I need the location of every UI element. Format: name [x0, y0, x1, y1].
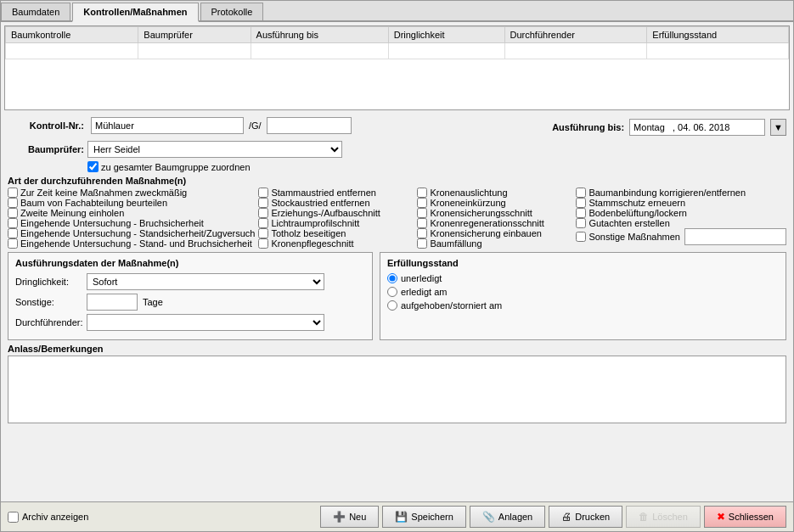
checkbox[interactable] — [258, 218, 268, 228]
assign-checkbox-row: zu gesamter Baumgruppe zuordnen — [87, 161, 786, 172]
massnahmen-col3: Kronenauslichtung Kroneneinkürzung Krone… — [417, 188, 572, 249]
durchfuehrender-select[interactable] — [87, 314, 324, 331]
checkbox[interactable] — [417, 198, 427, 208]
checkbox[interactable] — [258, 188, 268, 198]
bottom-bar: Archiv anzeigen ➕ Neu 💾 Speichern 📎 Anla… — [1, 501, 793, 531]
checkbox[interactable] — [417, 208, 427, 218]
check-item: Kronensicherung einbauen — [417, 228, 572, 238]
ausfuehrungsdaten-panel: Ausführungsdaten der Maßnahme(n) Dringli… — [8, 252, 373, 340]
kontroll-nr-input[interactable] — [91, 117, 244, 134]
ausfuehrung-date-input[interactable]: Montag , 04. 06. 2018 — [629, 119, 765, 136]
loeschen-label: Löschen — [652, 512, 688, 522]
col-ausfuehrung: Ausführung bis — [251, 27, 388, 43]
drucken-button[interactable]: 🖨 Drucken — [549, 506, 622, 528]
baumpruefer-label: Baumprüfer: — [8, 144, 84, 154]
checkbox[interactable] — [8, 188, 18, 198]
check-item: Lichtraumprofilschnitt — [258, 218, 414, 228]
checkbox[interactable] — [417, 188, 427, 198]
sonstige-massnahmen-input[interactable] — [684, 228, 786, 245]
checkbox[interactable] — [258, 198, 268, 208]
tab-protokolle[interactable]: Protokolle — [200, 3, 264, 20]
anlagen-label: Anlagen — [498, 512, 532, 522]
check-item: Baumfällung — [417, 238, 572, 249]
sonstige-row: Sonstige: Tage — [15, 294, 365, 311]
check-item: Eingehende Untersuchung - Bruchsicherhei… — [8, 218, 255, 228]
massnahmen-section-label: Art der durchzuführenden Maßnahme(n) — [8, 176, 786, 186]
speichern-label: Speichern — [411, 512, 453, 522]
checkbox[interactable] — [417, 228, 427, 238]
check-item: Eingehende Untersuchung - Standsicherhei… — [8, 228, 255, 238]
tage-label: Tage — [143, 297, 163, 307]
ausfuehrungsdaten-title: Ausführungsdaten der Maßnahme(n) — [15, 258, 365, 268]
anlagen-icon: 📎 — [482, 511, 495, 523]
checkbox[interactable] — [576, 232, 586, 242]
checkbox[interactable] — [417, 218, 427, 228]
check-item: Bodenbelüftung/lockern — [576, 208, 786, 218]
checkbox[interactable] — [258, 238, 268, 249]
kontroll-nr-label: Kontroll-Nr.: — [8, 120, 84, 131]
baumpruefer-select[interactable]: Herr Seidel — [87, 141, 342, 158]
schliessen-label: Schliessen — [729, 512, 774, 522]
archiv-checkbox[interactable] — [8, 512, 19, 523]
checkbox[interactable] — [8, 208, 18, 218]
col-durchfuehrender: Durchführender — [504, 27, 647, 43]
checkbox[interactable] — [8, 238, 18, 249]
anlagen-button[interactable]: 📎 Anlagen — [470, 506, 545, 528]
check-item: Kronensicherungsschnitt — [417, 208, 572, 218]
checkbox[interactable] — [576, 188, 586, 198]
radio-erledigt-input[interactable] — [387, 287, 397, 297]
sonstige-label: Sonstige: — [15, 297, 83, 307]
check-item: Gutachten erstellen — [576, 218, 786, 228]
col-baumkontrolle: Baumkontrolle — [6, 27, 138, 43]
neu-button[interactable]: ➕ Neu — [320, 506, 379, 528]
main-container: Baumdaten Kontrollen/Maßnahmen Protokoll… — [0, 0, 794, 532]
massnahmen-grid: Zur Zeit keine Maßnahmen zweckmäßig Baum… — [8, 188, 786, 249]
sonstige-tage-input[interactable] — [87, 294, 138, 311]
checkbox[interactable] — [576, 218, 586, 228]
archiv-section: Archiv anzeigen — [8, 512, 88, 523]
schliessen-button[interactable]: ✖ Schliessen — [704, 506, 786, 528]
drucken-icon: 🖨 — [561, 511, 572, 523]
radio-unerledigt-input[interactable] — [387, 273, 397, 283]
checkbox[interactable] — [258, 228, 268, 238]
speichern-icon: 💾 — [395, 511, 408, 523]
massnahmen-col2: Stammaustried entfernen Stockaustried en… — [258, 188, 414, 249]
dringlichkeit-row: Dringlichkeit: Sofort Kurzfristig Mittel… — [15, 273, 365, 290]
checkbox[interactable] — [8, 218, 18, 228]
action-buttons: ➕ Neu 💾 Speichern 📎 Anlagen 🖨 Drucken 🗑 … — [320, 506, 786, 528]
checkbox[interactable] — [417, 238, 427, 249]
check-item: Stammaustried entfernen — [258, 188, 414, 198]
ausfuehrung-label: Ausführung bis: — [552, 122, 624, 132]
col-erfuellungsstand: Erfüllungsstand — [647, 27, 789, 43]
remarks-textarea[interactable] — [8, 356, 786, 423]
radio-aufgehoben: aufgehoben/storniert am — [387, 300, 779, 311]
tab-baumdaten[interactable]: Baumdaten — [1, 3, 70, 20]
radio-aufgehoben-input[interactable] — [387, 300, 397, 311]
checkbox[interactable] — [8, 228, 18, 238]
loeschen-icon: 🗑 — [639, 511, 649, 523]
table-row — [6, 43, 789, 59]
kontroll-nr-g-input[interactable] — [267, 117, 352, 134]
tab-kontrollen[interactable]: Kontrollen/Maßnahmen — [72, 3, 198, 22]
dringlichkeit-label: Dringlichkeit: — [15, 277, 83, 287]
radio-erledigt: erledigt am — [387, 287, 779, 297]
assign-checkbox[interactable] — [87, 161, 99, 172]
durchfuehrender-label: Durchführender: — [15, 317, 83, 328]
control-table: Baumkontrolle Baumprüfer Ausführung bis … — [4, 25, 790, 110]
tab-bar: Baumdaten Kontrollen/Maßnahmen Protokoll… — [1, 1, 793, 22]
assign-label: zu gesamter Baumgruppe zuordnen — [101, 162, 251, 172]
checkbox[interactable] — [576, 208, 586, 218]
dringlichkeit-select[interactable]: Sofort Kurzfristig Mittelfristig Langfri… — [87, 273, 324, 290]
check-item: Totholz beseitigen — [258, 228, 414, 238]
checkbox[interactable] — [258, 208, 268, 218]
speichern-button[interactable]: 💾 Speichern — [382, 506, 466, 528]
date-dropdown-button[interactable]: ▼ — [770, 119, 786, 136]
check-item: Kroneneinkürzung — [417, 198, 572, 208]
form-area: Kontroll-Nr.: /G/ Ausführung bis: Montag… — [1, 114, 793, 432]
checkbox[interactable] — [576, 198, 586, 208]
check-item: Sonstige Maßnahmen — [576, 228, 786, 245]
checkbox[interactable] — [8, 198, 18, 208]
col-dringlichkeit: Dringlichkeit — [388, 27, 504, 43]
check-item: Kronenregenerationsschnitt — [417, 218, 572, 228]
check-item: Baum von Fachabteilung beurteilen — [8, 198, 255, 208]
